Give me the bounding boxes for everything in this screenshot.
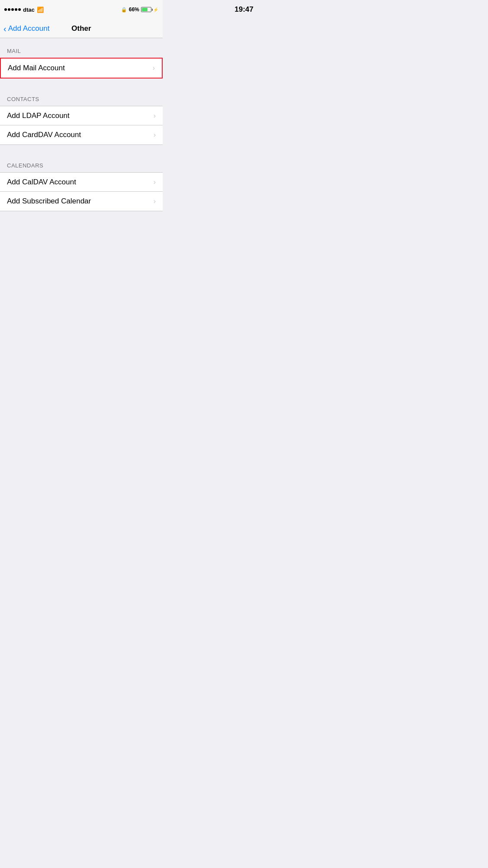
signal-dot-1: [4, 8, 7, 11]
add-mail-account-label: Add Mail Account: [8, 64, 65, 72]
spacer-1: [0, 79, 163, 86]
battery-body: [141, 7, 151, 12]
add-mail-account-item[interactable]: Add Mail Account ›: [1, 59, 162, 78]
add-carddav-account-item[interactable]: Add CardDAV Account ›: [0, 125, 163, 144]
back-label: Add Account: [8, 24, 49, 33]
bottom-area: [0, 211, 163, 385]
signal-dots: [4, 8, 21, 11]
add-ldap-account-label: Add LDAP Account: [7, 111, 69, 120]
status-bar: dtac 📶 19:47 🔒 66% ⚡: [0, 0, 163, 19]
add-mail-account-chevron-icon: ›: [153, 64, 155, 72]
battery-container: [141, 7, 151, 12]
add-subscribed-calendar-label: Add Subscribed Calendar: [7, 197, 91, 206]
signal-dot-2: [8, 8, 10, 11]
add-caldav-account-chevron-icon: ›: [154, 178, 156, 186]
wifi-icon: 📶: [37, 7, 44, 13]
back-button[interactable]: ‹ Add Account: [3, 24, 49, 33]
add-carddav-account-chevron-icon: ›: [154, 131, 156, 139]
section-calendars: CALENDARS Add CalDAV Account › Add Subsc…: [0, 153, 163, 211]
add-carddav-account-label: Add CardDAV Account: [7, 131, 81, 139]
nav-bar: ‹ Add Account Other: [0, 19, 163, 38]
spacer-2: [0, 145, 163, 153]
section-header-contacts: CONTACTS: [0, 86, 163, 106]
add-caldav-account-item[interactable]: Add CalDAV Account ›: [0, 173, 163, 192]
page-title: Other: [72, 24, 91, 33]
battery-fill: [142, 8, 147, 11]
section-header-mail: MAIL: [0, 38, 163, 58]
status-right: 🔒 66% ⚡: [121, 7, 158, 13]
section-header-calendars: CALENDARS: [0, 153, 163, 172]
lock-icon: 🔒: [121, 7, 127, 13]
signal-dot-5: [18, 8, 21, 11]
section-list-contacts: Add LDAP Account › Add CardDAV Account ›: [0, 106, 163, 145]
back-chevron-icon: ‹: [3, 24, 7, 33]
signal-dot-4: [15, 8, 17, 11]
add-ldap-account-item[interactable]: Add LDAP Account ›: [0, 106, 163, 125]
section-list-mail: Add Mail Account ›: [0, 58, 163, 79]
carrier-name: dtac: [23, 7, 35, 13]
status-left: dtac 📶: [4, 7, 44, 13]
add-ldap-account-chevron-icon: ›: [154, 112, 156, 120]
section-contacts: CONTACTS Add LDAP Account › Add CardDAV …: [0, 86, 163, 145]
content: MAIL Add Mail Account › CONTACTS Add LDA…: [0, 38, 163, 385]
signal-dot-3: [11, 8, 14, 11]
battery-percent: 66%: [129, 7, 139, 13]
add-subscribed-calendar-chevron-icon: ›: [154, 197, 156, 205]
bolt-icon: ⚡: [153, 7, 158, 12]
add-subscribed-calendar-item[interactable]: Add Subscribed Calendar ›: [0, 192, 163, 211]
add-caldav-account-label: Add CalDAV Account: [7, 178, 76, 187]
section-list-calendars: Add CalDAV Account › Add Subscribed Cale…: [0, 172, 163, 211]
section-mail: MAIL Add Mail Account ›: [0, 38, 163, 79]
